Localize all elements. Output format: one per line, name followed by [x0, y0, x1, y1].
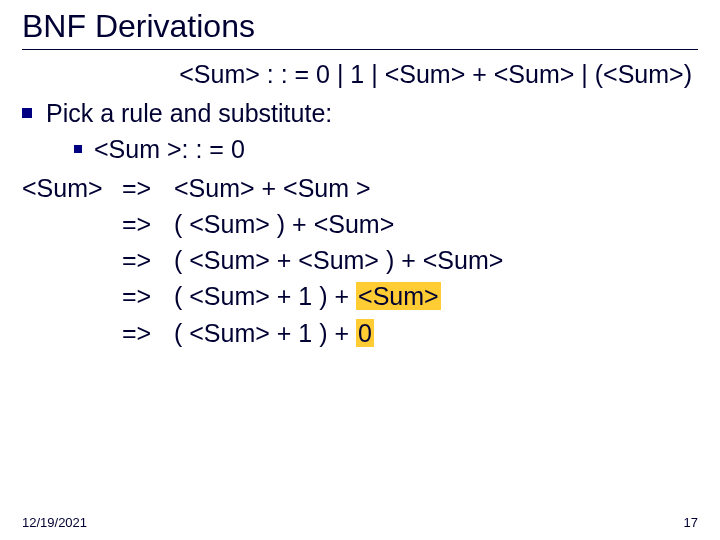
deriv-arrow: => — [122, 315, 174, 351]
deriv-rhs-3: ( <Sum> + <Sum> ) + <Sum> — [174, 242, 503, 278]
sub-bullet-1-text: <Sum >: : = 0 — [94, 131, 245, 167]
deriv-arrow: => — [122, 206, 174, 242]
deriv-rhs-5: ( <Sum> + 1 ) + 0 — [174, 315, 374, 351]
bullet-icon — [74, 145, 82, 153]
footer-date: 12/19/2021 — [22, 515, 87, 530]
slide-title: BNF Derivations — [22, 8, 698, 50]
deriv-row-1: <Sum> => <Sum> + <Sum > — [22, 170, 698, 206]
derivation-block: <Sum> => <Sum> + <Sum > => ( <Sum> ) + <… — [22, 170, 698, 351]
highlight-zero: 0 — [356, 319, 374, 347]
grammar-rule: <Sum> : : = 0 | 1 | <Sum> + <Sum> | (<Su… — [22, 60, 698, 89]
footer: 12/19/2021 17 — [22, 515, 698, 530]
deriv-rhs-4: ( <Sum> + 1 ) + <Sum> — [174, 278, 441, 314]
bullet-1: Pick a rule and substitute: — [22, 95, 698, 131]
deriv-rhs-1: <Sum> + <Sum > — [174, 170, 371, 206]
deriv-row-2: => ( <Sum> ) + <Sum> — [22, 206, 698, 242]
deriv-arrow: => — [122, 170, 174, 206]
bullet-1-text: Pick a rule and substitute: — [46, 95, 332, 131]
deriv-row-3: => ( <Sum> + <Sum> ) + <Sum> — [22, 242, 698, 278]
bullet-icon — [22, 108, 32, 118]
slide-body: Pick a rule and substitute: <Sum >: : = … — [22, 95, 698, 351]
deriv-arrow: => — [122, 278, 174, 314]
deriv-rhs-4-pre: ( <Sum> + 1 ) + — [174, 282, 356, 310]
slide: BNF Derivations <Sum> : : = 0 | 1 | <Sum… — [0, 0, 720, 540]
deriv-rhs-2: ( <Sum> ) + <Sum> — [174, 206, 394, 242]
deriv-arrow: => — [122, 242, 174, 278]
deriv-row-4: => ( <Sum> + 1 ) + <Sum> — [22, 278, 698, 314]
footer-page: 17 — [684, 515, 698, 530]
deriv-rhs-5-pre: ( <Sum> + 1 ) + — [174, 319, 356, 347]
deriv-row-5: => ( <Sum> + 1 ) + 0 — [22, 315, 698, 351]
highlight-sum: <Sum> — [356, 282, 441, 310]
deriv-lhs: <Sum> — [22, 170, 122, 206]
sub-bullet-1: <Sum >: : = 0 — [74, 131, 698, 167]
